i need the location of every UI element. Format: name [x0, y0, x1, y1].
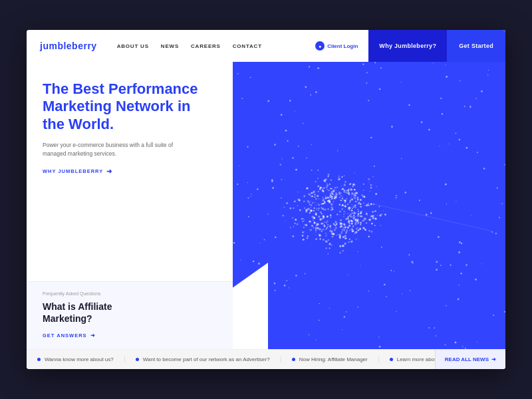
nav-about[interactable]: ABOUT US	[117, 43, 149, 49]
faq-label: Frequently Asked Questions	[43, 291, 217, 296]
get-answers-link[interactable]: GET ANSWERS ➜	[43, 332, 217, 338]
arrow-icon: ➜	[90, 332, 96, 338]
arrow-icon: ➜	[106, 168, 112, 175]
ticker-dot	[292, 358, 295, 361]
client-login-button[interactable]: ● Client Login	[305, 41, 368, 51]
navbar: jumbleberry ABOUT US NEWS CAREERS CONTAC…	[27, 30, 505, 62]
ticker-content: Wanna know more about us? Want to become…	[27, 356, 505, 362]
nav-careers[interactable]: CAREERS	[191, 43, 221, 49]
main-area: The Best Performance Marketing Network i…	[27, 62, 505, 349]
read-all-news-button[interactable]: READ ALL NEWS ➜	[435, 350, 505, 369]
ticker-item-0[interactable]: Wanna know more about us?	[27, 356, 125, 362]
logo[interactable]: jumbleberry	[27, 41, 110, 51]
why-jumbleberry-link[interactable]: WHY JUMBLEBERRY ➜	[43, 168, 217, 175]
faq-section: Frequently Asked Questions What is Affil…	[27, 281, 233, 349]
ticker-bar: Wanna know more about us? Want to become…	[27, 349, 505, 369]
hero-section: The Best Performance Marketing Network i…	[27, 62, 233, 281]
nav-contact[interactable]: CONTACT	[233, 43, 262, 49]
why-jumbleberry-button[interactable]: Why Jumbleberry?	[368, 30, 447, 62]
ticker-dot	[136, 358, 139, 361]
hero-title: The Best Performance Marketing Network i…	[43, 80, 217, 133]
get-started-button[interactable]: Get Started	[447, 30, 505, 62]
browser-window: jumbleberry ABOUT US NEWS CAREERS CONTAC…	[27, 30, 505, 369]
nav-news[interactable]: NEWS	[161, 43, 179, 49]
nav-links: ABOUT US NEWS CAREERS CONTACT	[110, 43, 305, 49]
ticker-item-2[interactable]: Now Hiring: Affiliate Manager	[281, 356, 379, 362]
arrow-icon: ➜	[491, 356, 496, 362]
hero-subtitle: Power your e-commerce business with a fu…	[43, 141, 196, 158]
dots-canvas	[233, 62, 505, 349]
ticker-item-1[interactable]: Want to become part of our network as an…	[125, 356, 281, 362]
left-panel: The Best Performance Marketing Network i…	[27, 62, 233, 349]
faq-title: What is Affiliate Marketing?	[43, 301, 217, 325]
user-icon: ●	[315, 41, 325, 51]
ticker-dot	[390, 358, 393, 361]
navbar-right: ● Client Login Why Jumbleberry? Get Star…	[305, 30, 505, 62]
hero-visualization	[233, 62, 505, 349]
ticker-dot	[37, 358, 41, 361]
client-login-label: Client Login	[327, 43, 358, 49]
